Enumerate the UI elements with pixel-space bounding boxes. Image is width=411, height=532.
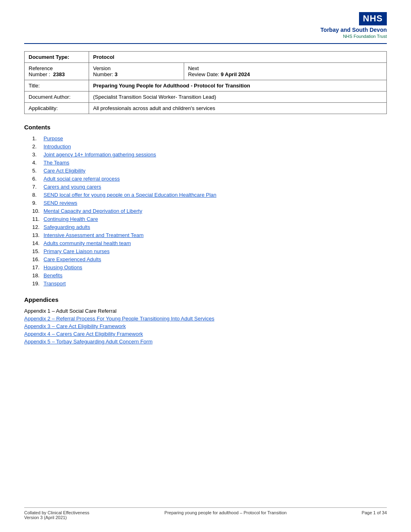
list-item: Appendix 4 – Carers Care Act Eligibility…	[24, 331, 387, 337]
author-label: Document Author:	[25, 91, 89, 103]
appendices-section: Appendices Appendix 1 – Adult Social Car…	[24, 296, 387, 345]
list-item-link[interactable]: Adult social care referral process	[44, 176, 120, 182]
list-item: 15.Primary Care Liaison nurses	[32, 248, 387, 254]
list-item-link[interactable]: Intensive Assessment and Treatment Team	[44, 232, 143, 238]
appendix-link[interactable]: Appendix 5 – Torbay Safeguarding Adult C…	[24, 339, 152, 345]
list-item: 4.The Teams	[32, 160, 387, 166]
list-item: 14.Adults community mental health team	[32, 240, 387, 246]
list-item: 1.Purpose	[32, 135, 387, 141]
list-item: 2.Introduction	[32, 143, 387, 150]
list-item-link[interactable]: Safeguarding adults	[44, 224, 90, 230]
list-item-link[interactable]: Joint agency 14+ Information gathering s…	[44, 152, 156, 158]
list-item-link[interactable]: Housing Options	[44, 264, 82, 270]
list-item-link[interactable]: Primary Care Liaison nurses	[44, 248, 110, 254]
list-item: 7.Carers and young carers	[32, 184, 387, 190]
list-item-link[interactable]: Purpose	[44, 135, 63, 141]
list-item-num: 16.	[32, 256, 44, 262]
author-value: (Specialist Transition Social Worker- Tr…	[89, 91, 387, 103]
version-value: 3	[114, 71, 117, 77]
list-item-num: 15.	[32, 248, 44, 254]
nhs-label: NHS	[359, 12, 387, 25]
list-item: 6.Adult social care referral process	[32, 176, 387, 182]
contents-heading: Contents	[24, 124, 387, 131]
list-item-link[interactable]: Transport	[44, 281, 66, 287]
header: NHS Torbay and South Devon NHS Foundatio…	[24, 12, 387, 39]
list-item-num: 6.	[32, 176, 44, 182]
list-item: 9.SEND reviews	[32, 200, 387, 206]
trust-sub: NHS Foundation Trust	[320, 33, 387, 39]
list-item: 3.Joint agency 14+ Information gathering…	[32, 152, 387, 158]
list-item: Appendix 3 – Care Act Eligibility Framew…	[24, 323, 387, 329]
list-item-num: 5.	[32, 168, 44, 174]
applicability-value: All professionals across adult and child…	[89, 103, 387, 114]
ref-number-value: 2383	[53, 71, 65, 77]
list-item-num: 14.	[32, 240, 44, 246]
doc-type-label: Document Type:	[25, 52, 89, 63]
contents-list: 1.Purpose2.Introduction3.Joint agency 14…	[24, 135, 387, 287]
list-item-link[interactable]: Benefits	[44, 272, 62, 278]
footer-center: Preparing young people for adulthood – P…	[164, 510, 286, 520]
list-item-link[interactable]: Care Experienced Adults	[44, 256, 101, 262]
review-date-cell: Next Review Date: 9 April 2024	[184, 63, 386, 80]
list-item-num: 18.	[32, 272, 44, 278]
protocol-value: Protocol	[89, 52, 387, 63]
list-item-link[interactable]: The Teams	[44, 160, 69, 166]
contents-section: Contents 1.Purpose2.Introduction3.Joint …	[24, 124, 387, 287]
list-item-link[interactable]: Mental Capacity and Deprivation of Liber…	[44, 208, 142, 214]
list-item: Appendix 5 – Torbay Safeguarding Adult C…	[24, 339, 387, 345]
list-item-link[interactable]: Carers and young carers	[44, 184, 101, 190]
version-cell: Version Number: 3	[89, 63, 184, 80]
review-date-value: 9 April 2024	[221, 71, 250, 77]
list-item-num: 12.	[32, 224, 44, 230]
list-item-link[interactable]: Introduction	[44, 143, 71, 150]
list-item-link[interactable]: SEND local offer for young people on a S…	[44, 192, 216, 198]
nhs-logo: NHS Torbay and South Devon NHS Foundatio…	[320, 12, 387, 39]
list-item: 16.Care Experienced Adults	[32, 256, 387, 262]
list-item-num: 13.	[32, 232, 44, 238]
list-item-num: 1.	[32, 135, 44, 141]
list-item: 8.SEND local offer for young people on a…	[32, 192, 387, 198]
list-item: 5.Care Act Eligibility	[32, 168, 387, 174]
list-item-link[interactable]: Continuing Health Care	[44, 216, 98, 222]
title-value: Preparing Young People for Adulthood - P…	[89, 80, 387, 91]
footer: Collated by Clinical Effectiveness Versi…	[24, 507, 387, 520]
list-item: 17.Housing Options	[32, 264, 387, 270]
appendices-heading: Appendices	[24, 296, 387, 303]
list-item: 10.Mental Capacity and Deprivation of Li…	[32, 208, 387, 214]
footer-left-line2: Version 3 (April 2021)	[24, 515, 89, 520]
list-item: 18.Benefits	[32, 272, 387, 278]
reference-label: Reference Number : 2383	[25, 63, 89, 80]
list-item: 13.Intensive Assessment and Treatment Te…	[32, 232, 387, 238]
trust-name: Torbay and South Devon	[320, 26, 387, 33]
list-item: Appendix 2 – Referral Process For Young …	[24, 316, 387, 322]
list-item-link[interactable]: SEND reviews	[44, 200, 77, 206]
list-item-num: 7.	[32, 184, 44, 190]
list-item-num: 17.	[32, 264, 44, 270]
applicability-label: Applicability:	[25, 103, 89, 114]
list-item-num: 19.	[32, 281, 44, 287]
list-item-num: 2.	[32, 143, 44, 150]
list-item: Appendix 1 – Adult Social Care Referral	[24, 308, 387, 314]
appendix-link[interactable]: Appendix 4 – Carers Care Act Eligibility…	[24, 331, 143, 337]
title-label: Title:	[25, 80, 89, 91]
footer-left: Collated by Clinical Effectiveness Versi…	[24, 510, 89, 520]
list-item-num: 11.	[32, 216, 44, 222]
document-info-table: Document Type: Protocol Reference Number…	[24, 51, 387, 114]
list-item-num: 8.	[32, 192, 44, 198]
list-item: 11.Continuing Health Care	[32, 216, 387, 222]
list-item: 19.Transport	[32, 281, 387, 287]
list-item-num: 9.	[32, 200, 44, 206]
header-divider	[24, 43, 387, 44]
footer-right: Page 1 of 34	[362, 510, 387, 520]
appendices-list: Appendix 1 – Adult Social Care ReferralA…	[24, 308, 387, 345]
appendix-link[interactable]: Appendix 3 – Care Act Eligibility Framew…	[24, 323, 126, 329]
list-item-link[interactable]: Adults community mental health team	[44, 240, 131, 246]
appendix-link[interactable]: Appendix 2 – Referral Process For Young …	[24, 316, 214, 322]
footer-left-line1: Collated by Clinical Effectiveness	[24, 510, 89, 515]
list-item-num: 3.	[32, 152, 44, 158]
list-item-link[interactable]: Care Act Eligibility	[44, 168, 85, 174]
list-item-num: 4.	[32, 160, 44, 166]
list-item: 12.Safeguarding adults	[32, 224, 387, 230]
list-item-num: 10.	[32, 208, 44, 214]
